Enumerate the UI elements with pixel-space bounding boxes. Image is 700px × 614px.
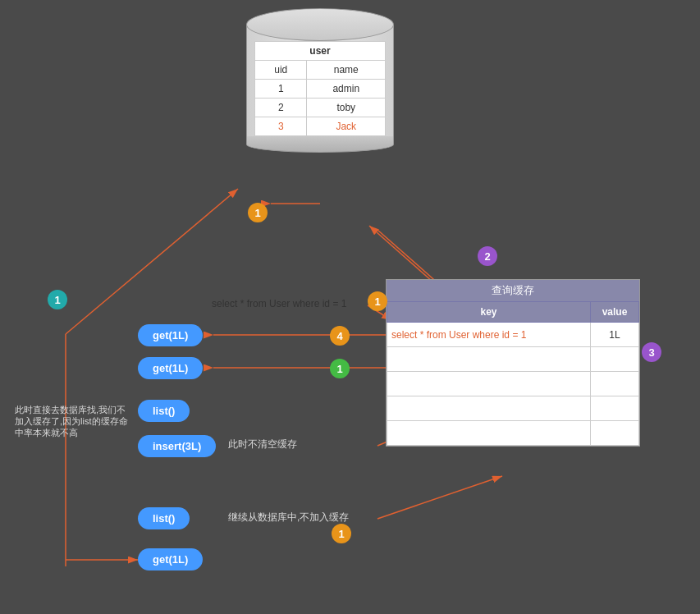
cache-key-5 — [387, 421, 591, 446]
svg-line-4 — [369, 226, 439, 287]
insert-label: 此时不清空缓存 — [228, 438, 297, 451]
cache-table-title: 查询缓存 — [387, 280, 639, 301]
cache-key-1: select * from User where id = 1 — [387, 323, 591, 347]
note-line3: 中率本来就不高 — [15, 427, 78, 439]
badge-1-list-bottom: 1 — [332, 524, 351, 543]
cache-value-1: 1L — [591, 323, 639, 347]
svg-line-11 — [377, 476, 502, 519]
list-button-1[interactable]: list() — [138, 400, 190, 422]
insert3L-button[interactable]: insert(3L) — [138, 435, 216, 457]
cache-col-key: key — [387, 302, 591, 323]
query-label: select * from User where id = 1 — [212, 298, 346, 309]
col-uid: uid — [255, 61, 307, 80]
get1L-button-1[interactable]: get(1L) — [138, 324, 203, 346]
badge-1-green: 1 — [330, 359, 350, 378]
cell-uid-1: 1 — [255, 80, 307, 99]
cache-row-1: select * from User where id = 1 1L — [387, 323, 639, 347]
list-continue-label: 继续从数据库中,不加入缓存 — [228, 511, 349, 525]
note-line2: 加入缓存了,因为list的缓存命 — [15, 415, 128, 428]
query-cache-container: 查询缓存 key value select * from User where … — [386, 279, 640, 447]
table-col-headers: uid name — [255, 61, 386, 80]
cache-value-4 — [591, 396, 639, 421]
badge-1-db: 1 — [248, 203, 268, 222]
badge-1-query: 1 — [368, 291, 387, 311]
table-header-row: user — [255, 42, 386, 61]
table-row-2: 2 toby — [255, 99, 386, 117]
cache-row-5 — [387, 421, 639, 446]
cache-key-4 — [387, 396, 591, 421]
cache-value-5 — [591, 421, 639, 446]
cell-name-2: toby — [307, 99, 386, 117]
cache-col-value: value — [591, 302, 639, 323]
db-top — [246, 8, 394, 41]
get1L-button-2[interactable]: get(1L) — [138, 357, 203, 379]
cache-key-2 — [387, 347, 591, 372]
cache-row-4 — [387, 396, 639, 421]
cache-row-2 — [387, 347, 639, 372]
cache-value-2 — [591, 347, 639, 372]
cache-key-3 — [387, 372, 591, 396]
cache-table-header: key value — [387, 302, 639, 323]
badge-2: 2 — [478, 246, 497, 266]
user-table: user uid name 1 admin 2 toby 3 Jack — [254, 41, 386, 136]
cell-name-1: admin — [307, 80, 386, 99]
cache-value-3 — [591, 372, 639, 396]
badge-4: 4 — [330, 326, 350, 346]
svg-line-2 — [66, 189, 238, 334]
list-button-2[interactable]: list() — [138, 507, 190, 529]
db-bottom — [246, 136, 394, 153]
table-row-3: 3 Jack — [255, 117, 386, 136]
db-body: user uid name 1 admin 2 toby 3 Jack — [246, 25, 394, 136]
badge-3: 3 — [642, 342, 661, 362]
table-title: user — [255, 42, 386, 61]
table-row-1: 1 admin — [255, 80, 386, 99]
cell-uid-3: 3 — [255, 117, 307, 136]
cache-row-3 — [387, 372, 639, 396]
database-cylinder: user uid name 1 admin 2 toby 3 Jack — [238, 8, 402, 153]
get1L-button-3[interactable]: get(1L) — [138, 548, 203, 570]
cell-uid-2: 2 — [255, 99, 307, 117]
col-name: name — [307, 61, 386, 80]
cache-table: key value select * from User where id = … — [387, 301, 639, 446]
badge-1-teal: 1 — [48, 290, 67, 309]
note-line1: 此时直接去数据库找,我们不 — [15, 404, 126, 416]
cell-name-3: Jack — [307, 117, 386, 136]
